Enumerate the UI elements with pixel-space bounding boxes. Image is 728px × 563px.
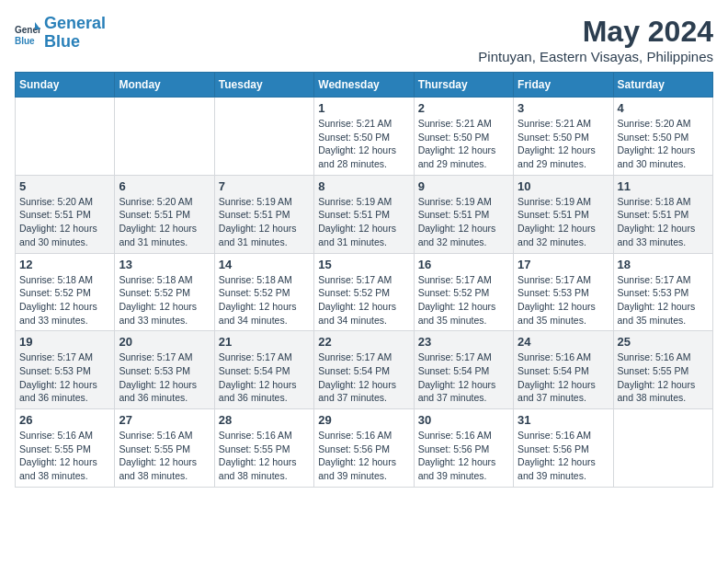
calendar-cell: 23Sunrise: 5:17 AM Sunset: 5:54 PM Dayli… [414,331,513,409]
day-number: 11 [618,179,709,193]
day-info: Sunrise: 5:16 AM Sunset: 5:55 PM Dayligh… [219,429,310,483]
calendar-cell: 22Sunrise: 5:17 AM Sunset: 5:54 PM Dayli… [314,331,414,409]
calendar-cell: 21Sunrise: 5:17 AM Sunset: 5:54 PM Dayli… [214,331,313,409]
calendar-cell: 31Sunrise: 5:16 AM Sunset: 5:56 PM Dayli… [514,409,613,488]
day-info: Sunrise: 5:18 AM Sunset: 5:51 PM Dayligh… [618,195,709,249]
calendar-cell: 29Sunrise: 5:16 AM Sunset: 5:56 PM Dayli… [314,409,414,488]
header-monday: Monday [115,73,214,98]
day-info: Sunrise: 5:17 AM Sunset: 5:52 PM Dayligh… [418,273,509,327]
day-info: Sunrise: 5:19 AM Sunset: 5:51 PM Dayligh… [518,195,609,249]
calendar-cell: 3Sunrise: 5:21 AM Sunset: 5:50 PM Daylig… [514,98,613,176]
calendar-cell: 6Sunrise: 5:20 AM Sunset: 5:51 PM Daylig… [115,175,214,253]
calendar-cell: 4Sunrise: 5:20 AM Sunset: 5:50 PM Daylig… [613,98,712,176]
day-number: 7 [219,179,310,193]
calendar-cell: 25Sunrise: 5:16 AM Sunset: 5:55 PM Dayli… [613,331,712,409]
day-number: 9 [418,179,509,193]
calendar-cell: 19Sunrise: 5:17 AM Sunset: 5:53 PM Dayli… [16,331,115,409]
day-info: Sunrise: 5:17 AM Sunset: 5:53 PM Dayligh… [119,350,210,405]
day-info: Sunrise: 5:21 AM Sunset: 5:50 PM Dayligh… [518,117,609,171]
day-info: Sunrise: 5:20 AM Sunset: 5:51 PM Dayligh… [119,195,210,249]
day-number: 26 [19,413,110,427]
day-number: 23 [418,335,509,349]
day-info: Sunrise: 5:16 AM Sunset: 5:55 PM Dayligh… [618,350,709,405]
day-number: 12 [19,258,110,271]
day-info: Sunrise: 5:21 AM Sunset: 5:50 PM Dayligh… [418,117,509,171]
day-number: 16 [418,258,509,271]
logo: General Blue General Blue [15,15,106,52]
day-info: Sunrise: 5:17 AM Sunset: 5:54 PM Dayligh… [219,350,310,405]
calendar-cell: 15Sunrise: 5:17 AM Sunset: 5:52 PM Dayli… [314,253,414,331]
header-friday: Friday [514,73,613,98]
calendar-cell [613,409,712,488]
day-number: 6 [119,179,210,193]
day-info: Sunrise: 5:18 AM Sunset: 5:52 PM Dayligh… [219,273,310,327]
day-number: 28 [219,413,310,427]
calendar-cell: 18Sunrise: 5:17 AM Sunset: 5:53 PM Dayli… [613,253,712,331]
calendar-cell: 12Sunrise: 5:18 AM Sunset: 5:52 PM Dayli… [16,253,115,331]
day-number: 3 [518,101,609,115]
day-info: Sunrise: 5:18 AM Sunset: 5:52 PM Dayligh… [119,273,210,327]
day-number: 8 [318,179,409,193]
page-header: General Blue General Blue May 2024 Pintu… [15,15,713,64]
day-number: 22 [318,335,409,349]
day-info: Sunrise: 5:16 AM Sunset: 5:56 PM Dayligh… [518,429,609,483]
calendar-cell [16,98,115,176]
day-info: Sunrise: 5:19 AM Sunset: 5:51 PM Dayligh… [318,195,409,249]
day-info: Sunrise: 5:20 AM Sunset: 5:51 PM Dayligh… [19,195,110,249]
day-info: Sunrise: 5:16 AM Sunset: 5:55 PM Dayligh… [19,429,110,483]
week-row-5: 26Sunrise: 5:16 AM Sunset: 5:55 PM Dayli… [16,409,713,488]
day-number: 13 [119,258,210,271]
day-number: 21 [219,335,310,349]
day-number: 15 [318,258,409,271]
day-info: Sunrise: 5:20 AM Sunset: 5:50 PM Dayligh… [618,117,709,171]
calendar-cell [115,98,214,176]
day-number: 2 [418,101,509,115]
day-number: 14 [219,258,310,271]
day-info: Sunrise: 5:19 AM Sunset: 5:51 PM Dayligh… [418,195,509,249]
calendar-cell: 14Sunrise: 5:18 AM Sunset: 5:52 PM Dayli… [214,253,313,331]
day-info: Sunrise: 5:17 AM Sunset: 5:52 PM Dayligh… [318,273,409,327]
header-wednesday: Wednesday [314,73,414,98]
calendar-subtitle: Pintuyan, Eastern Visayas, Philippines [478,49,713,64]
day-number: 31 [518,413,609,427]
calendar-cell: 13Sunrise: 5:18 AM Sunset: 5:52 PM Dayli… [115,253,214,331]
day-number: 30 [418,413,509,427]
calendar-cell: 7Sunrise: 5:19 AM Sunset: 5:51 PM Daylig… [214,175,313,253]
day-number: 24 [518,335,609,349]
header-sunday: Sunday [16,73,115,98]
calendar-cell: 1Sunrise: 5:21 AM Sunset: 5:50 PM Daylig… [314,98,414,176]
calendar-cell: 28Sunrise: 5:16 AM Sunset: 5:55 PM Dayli… [214,409,313,488]
day-info: Sunrise: 5:19 AM Sunset: 5:51 PM Dayligh… [219,195,310,249]
day-number: 5 [19,179,110,193]
day-info: Sunrise: 5:16 AM Sunset: 5:54 PM Dayligh… [518,350,609,405]
calendar-cell: 2Sunrise: 5:21 AM Sunset: 5:50 PM Daylig… [414,98,513,176]
header-row: SundayMondayTuesdayWednesdayThursdayFrid… [16,73,713,98]
calendar-cell: 24Sunrise: 5:16 AM Sunset: 5:54 PM Dayli… [514,331,613,409]
title-area: May 2024 Pintuyan, Eastern Visayas, Phil… [478,15,713,64]
calendar-title: May 2024 [478,15,713,49]
header-thursday: Thursday [414,73,513,98]
day-info: Sunrise: 5:18 AM Sunset: 5:52 PM Dayligh… [19,273,110,327]
day-number: 19 [19,335,110,349]
logo-text-line1: General [44,15,106,33]
calendar-table: SundayMondayTuesdayWednesdayThursdayFrid… [15,72,713,488]
calendar-body: 1Sunrise: 5:21 AM Sunset: 5:50 PM Daylig… [16,98,713,488]
logo-icon: General Blue [15,20,40,46]
day-info: Sunrise: 5:21 AM Sunset: 5:50 PM Dayligh… [318,117,409,171]
calendar-cell: 26Sunrise: 5:16 AM Sunset: 5:55 PM Dayli… [16,409,115,488]
day-number: 20 [119,335,210,349]
logo-text-line2: Blue [44,33,106,52]
day-number: 4 [618,101,709,115]
calendar-cell: 10Sunrise: 5:19 AM Sunset: 5:51 PM Dayli… [514,175,613,253]
day-number: 25 [618,335,709,349]
calendar-cell: 27Sunrise: 5:16 AM Sunset: 5:55 PM Dayli… [115,409,214,488]
week-row-4: 19Sunrise: 5:17 AM Sunset: 5:53 PM Dayli… [16,331,713,409]
calendar-cell: 11Sunrise: 5:18 AM Sunset: 5:51 PM Dayli… [613,175,712,253]
week-row-2: 5Sunrise: 5:20 AM Sunset: 5:51 PM Daylig… [16,175,713,253]
calendar-cell: 5Sunrise: 5:20 AM Sunset: 5:51 PM Daylig… [16,175,115,253]
day-info: Sunrise: 5:17 AM Sunset: 5:53 PM Dayligh… [518,273,609,327]
calendar-header: SundayMondayTuesdayWednesdayThursdayFrid… [16,73,713,98]
day-info: Sunrise: 5:17 AM Sunset: 5:54 PM Dayligh… [318,350,409,405]
week-row-1: 1Sunrise: 5:21 AM Sunset: 5:50 PM Daylig… [16,98,713,176]
day-number: 27 [119,413,210,427]
